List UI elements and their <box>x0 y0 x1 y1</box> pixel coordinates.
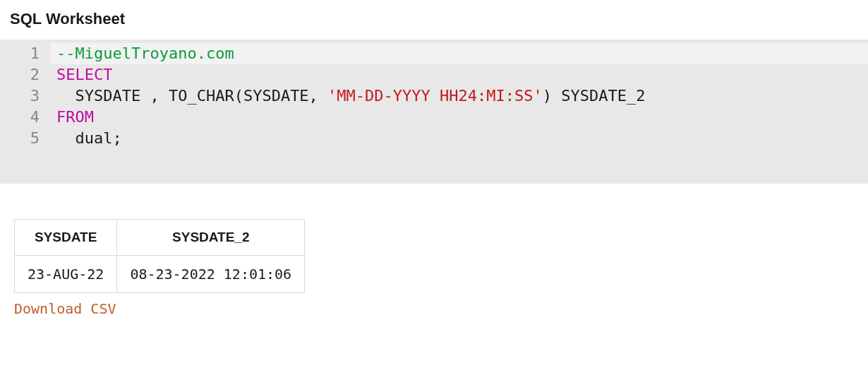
results-panel: SYSDATE SYSDATE_2 23-AUG-22 08-23-2022 1… <box>0 183 868 324</box>
line-number: 1 <box>0 43 40 64</box>
download-csv-link[interactable]: Download CSV <box>14 300 116 317</box>
sql-editor[interactable]: 1 2 3 4 5 --MiguelTroyano.com SELECT SYS… <box>0 40 868 183</box>
code-line[interactable]: dual; <box>51 128 868 149</box>
code-text: SYSDATE , TO_CHAR(SYSDATE, <box>56 87 327 105</box>
code-text: dual; <box>56 129 122 147</box>
code-comment: --MiguelTroyano.com <box>56 45 234 62</box>
table-header-row: SYSDATE SYSDATE_2 <box>15 220 305 256</box>
results-table: SYSDATE SYSDATE_2 23-AUG-22 08-23-2022 1… <box>14 219 305 293</box>
table-row: 23-AUG-22 08-23-2022 12:01:06 <box>15 256 305 293</box>
line-number: 2 <box>0 64 40 85</box>
code-line[interactable]: FROM <box>51 107 868 128</box>
code-keyword: SELECT <box>56 66 112 83</box>
column-header[interactable]: SYSDATE_2 <box>117 220 305 256</box>
editor-gutter: 1 2 3 4 5 <box>0 43 51 149</box>
page-title: SQL Worksheet <box>0 0 868 40</box>
code-keyword: FROM <box>56 108 94 126</box>
code-line[interactable]: SYSDATE , TO_CHAR(SYSDATE, 'MM-DD-YYYY H… <box>51 85 868 107</box>
code-text: ) SYSDATE_2 <box>543 87 646 105</box>
table-cell: 08-23-2022 12:01:06 <box>117 256 305 293</box>
code-string: 'MM-DD-YYYY HH24:MI:SS' <box>327 87 543 105</box>
column-header[interactable]: SYSDATE <box>15 220 117 256</box>
line-number: 5 <box>0 128 40 149</box>
table-cell: 23-AUG-22 <box>15 256 117 293</box>
code-line[interactable]: --MiguelTroyano.com <box>51 43 868 64</box>
editor-code[interactable]: --MiguelTroyano.com SELECT SYSDATE , TO_… <box>51 43 868 149</box>
line-number: 4 <box>0 107 40 128</box>
line-number: 3 <box>0 85 40 107</box>
code-line[interactable]: SELECT <box>51 64 868 85</box>
